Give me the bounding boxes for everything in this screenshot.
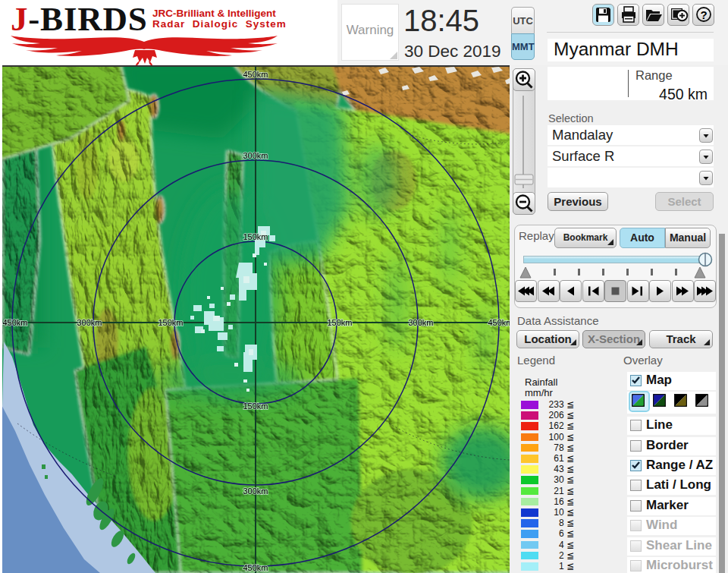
- svg-text:450km: 450km: [2, 318, 27, 327]
- svg-text:450km: 450km: [488, 318, 510, 327]
- svg-text:300km: 300km: [243, 151, 268, 160]
- svg-text:150km: 150km: [243, 401, 268, 411]
- svg-text:450km: 450km: [243, 70, 268, 79]
- svg-text:150km: 150km: [327, 318, 352, 327]
- svg-text:150km: 150km: [158, 318, 183, 327]
- svg-text:300km: 300km: [77, 318, 102, 327]
- svg-text:150km: 150km: [243, 232, 268, 241]
- svg-text:300km: 300km: [408, 318, 433, 327]
- svg-text:450km: 450km: [243, 563, 268, 572]
- svg-text:?: ?: [700, 8, 707, 21]
- svg-text:300km: 300km: [243, 486, 268, 496]
